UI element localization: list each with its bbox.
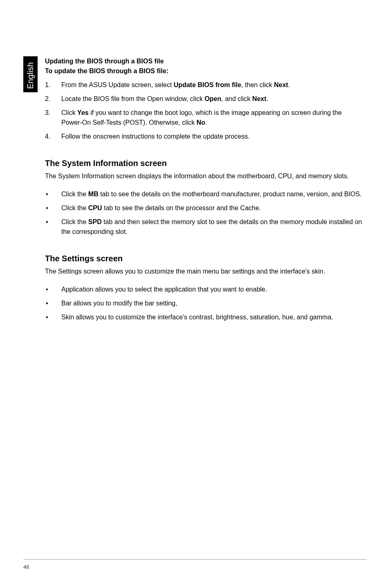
- step-3: 3. Click Yes if you want to change the b…: [45, 108, 364, 128]
- language-tab: English: [23, 56, 38, 92]
- text-fragment: Click: [61, 109, 77, 116]
- list-item: • Click the SPD tab and then select the …: [45, 217, 364, 237]
- text-fragment: Click the: [61, 218, 88, 225]
- bullet-icon: •: [45, 189, 61, 199]
- list-text: Click the MB tab to see the details on t…: [61, 189, 364, 199]
- text-fragment: .: [267, 95, 268, 102]
- bullet-icon: •: [45, 285, 61, 294]
- text-fragment: Click the: [61, 204, 88, 211]
- step-text: Follow the onscreen instructions to comp…: [61, 132, 364, 141]
- bullet-icon: •: [45, 312, 61, 322]
- text-fragment: Locate the BIOS file from the Open windo…: [61, 95, 204, 102]
- bullet-icon: •: [45, 203, 61, 213]
- bold-text: Open: [204, 95, 221, 102]
- text-fragment: tab and then select the memory slot to s…: [61, 218, 362, 235]
- bold-text: Next: [274, 81, 288, 88]
- list-text: Skin allows you to customize the interfa…: [61, 312, 364, 322]
- list-item: • Skin allows you to customize the inter…: [45, 312, 364, 322]
- bold-text: No: [197, 119, 205, 126]
- ordered-steps: 1. From the ASUS Update screen, select U…: [45, 80, 364, 141]
- text-fragment: From the ASUS Update screen, select: [61, 81, 174, 88]
- list-item: • Application allows you to select the a…: [45, 285, 364, 294]
- heading-to-update: To update the BIOS through a BIOS file:: [45, 66, 364, 76]
- step-number: 2.: [45, 94, 61, 104]
- list-text: Click the CPU tab to see the details on …: [61, 203, 364, 213]
- text-fragment: tab to see the details on the processor …: [102, 204, 261, 211]
- heading-system-information: The System Information screen: [45, 159, 364, 168]
- step-number: 3.: [45, 108, 61, 128]
- bold-text: CPU: [88, 204, 102, 211]
- bullet-icon: •: [45, 217, 61, 237]
- list-item: • Bar allows you to modify the bar setti…: [45, 298, 364, 308]
- settings-bullets: • Application allows you to select the a…: [45, 285, 364, 322]
- bullet-icon: •: [45, 298, 61, 308]
- text-fragment: .: [205, 119, 207, 126]
- bold-text: MB: [88, 191, 99, 197]
- list-text: Click the SPD tab and then select the me…: [61, 217, 364, 237]
- sysinfo-paragraph: The System Information screen displays t…: [45, 171, 364, 181]
- step-text: Click Yes if you want to change the boot…: [61, 108, 364, 128]
- list-item: • Click the MB tab to see the details on…: [45, 189, 364, 199]
- page-footer: 48: [23, 559, 367, 570]
- bold-text: Yes: [77, 109, 89, 116]
- text-fragment: tab to see the details on the motherboar…: [99, 191, 362, 197]
- step-number: 1.: [45, 80, 61, 90]
- step-text: Locate the BIOS file from the Open windo…: [61, 94, 364, 104]
- heading-updating-bios: Updating the BIOS through a BIOS file: [45, 56, 364, 66]
- bold-text: SPD: [88, 218, 102, 225]
- text-fragment: Click the: [61, 191, 88, 197]
- list-text: Application allows you to select the app…: [61, 285, 364, 294]
- text-fragment: , then click: [241, 81, 274, 88]
- page-number: 48: [23, 564, 367, 570]
- page-content: Updating the BIOS through a BIOS file To…: [45, 56, 364, 326]
- sysinfo-bullets: • Click the MB tab to see the details on…: [45, 189, 364, 237]
- heading-settings: The Settings screen: [45, 254, 364, 263]
- step-4: 4. Follow the onscreen instructions to c…: [45, 132, 364, 141]
- bold-text: Update BIOS from file: [174, 81, 241, 88]
- step-2: 2. Locate the BIOS file from the Open wi…: [45, 94, 364, 104]
- step-number: 4.: [45, 132, 61, 141]
- step-text: From the ASUS Update screen, select Upda…: [61, 80, 364, 90]
- step-1: 1. From the ASUS Update screen, select U…: [45, 80, 364, 90]
- bold-text: Next: [252, 95, 267, 102]
- text-fragment: , and click: [221, 95, 252, 102]
- settings-paragraph: The Settings screen allows you to custom…: [45, 267, 364, 276]
- list-item: • Click the CPU tab to see the details o…: [45, 203, 364, 213]
- text-fragment: .: [288, 81, 290, 88]
- list-text: Bar allows you to modify the bar setting…: [61, 298, 364, 308]
